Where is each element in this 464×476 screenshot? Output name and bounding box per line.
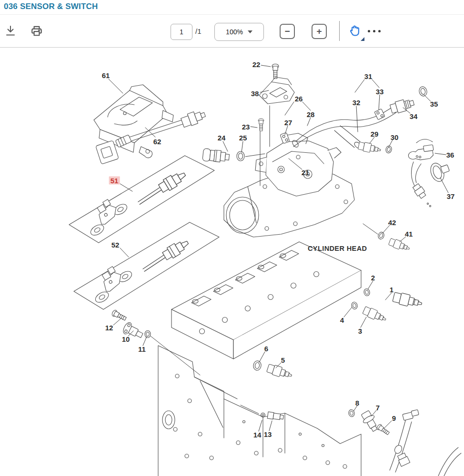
part-10-sensor — [121, 321, 144, 341]
page-title: 036 SENSOR & SWITCH — [0, 0, 464, 11]
part-label-13: 13 — [264, 430, 272, 438]
part-25-ring — [237, 151, 244, 161]
part-label-21: 21 — [302, 169, 310, 177]
toolbar-divider — [339, 21, 340, 41]
ellipsis-icon — [373, 30, 375, 32]
part-12-bolt — [111, 309, 127, 322]
part-37-clamp — [412, 159, 452, 207]
part-33-clamp — [374, 109, 385, 119]
page-number-input[interactable] — [171, 24, 192, 40]
part-label-26: 26 — [295, 95, 303, 103]
part-wiring-harness — [390, 409, 461, 476]
part-label-6: 6 — [264, 345, 268, 353]
part-24-sensor — [202, 149, 230, 164]
part-label-14: 14 — [253, 431, 262, 439]
part-8-ring — [348, 409, 355, 417]
page-count-label: /1 — [195, 27, 202, 35]
part-30-ring — [385, 145, 392, 154]
part-labels-layer: 6162515222382627282324252131323334352930… — [0, 0, 464, 476]
pdf-toolbar: /1 100% − + — [0, 15, 464, 48]
print-icon — [30, 25, 43, 37]
part-3-sensor — [362, 306, 387, 324]
part-32-hose — [291, 105, 399, 149]
part-label-38: 38 — [251, 89, 259, 98]
corner-caret-icon — [361, 37, 364, 41]
part-36-sensor — [407, 139, 434, 186]
part-label-30: 30 — [391, 133, 399, 141]
part-engine-block — [158, 346, 361, 476]
part-4-ring — [351, 301, 358, 309]
part-label-61: 61 — [102, 71, 110, 79]
part-label-34: 34 — [410, 112, 418, 120]
part-14-washer — [261, 413, 265, 417]
part-label-3: 3 — [358, 327, 362, 335]
part-label-42: 42 — [388, 218, 396, 227]
part-label-62: 62 — [153, 138, 161, 146]
part-52-sensor-kit — [74, 222, 219, 309]
part-label-22: 22 — [252, 60, 261, 69]
part-21-valve — [255, 133, 341, 196]
part-cylinder-head — [171, 242, 361, 359]
part-label-24: 24 — [218, 134, 226, 142]
part-label-35: 35 — [430, 100, 438, 108]
download-button[interactable] — [4, 23, 17, 39]
part-62-oxygen-sensor — [96, 109, 207, 164]
cylinder-head-annotation: CYLINDER HEAD — [308, 245, 367, 252]
plus-icon: + — [316, 25, 322, 38]
part-intake-manifold — [224, 171, 354, 237]
ellipsis-icon — [378, 30, 381, 32]
part-label-28: 28 — [307, 110, 315, 119]
minus-icon: − — [284, 25, 290, 38]
part-38-bracket — [259, 77, 294, 104]
parts-diagram-canvas — [0, 0, 464, 476]
part-label-33: 33 — [376, 88, 384, 96]
part-label-32: 32 — [353, 99, 361, 107]
part-9-bolt — [376, 424, 390, 436]
part-2-ring — [363, 288, 371, 296]
part-41-sensor — [388, 238, 411, 253]
part-34-sensor — [390, 97, 415, 115]
part-label-10: 10 — [122, 335, 130, 343]
part-label-1: 1 — [390, 286, 393, 294]
part-label-4: 4 — [340, 316, 344, 324]
part-label-29: 29 — [371, 130, 379, 138]
part-label-7: 7 — [376, 404, 380, 412]
part-51-sensor-kit — [69, 156, 214, 243]
zoom-level-select[interactable]: 100% — [214, 23, 264, 41]
part-23-bolt — [258, 119, 264, 131]
part-label-12: 12 — [105, 324, 113, 332]
print-button[interactable] — [30, 23, 44, 39]
part-label-23: 23 — [242, 123, 250, 131]
ellipsis-icon — [368, 30, 370, 32]
zoom-out-button[interactable]: − — [280, 24, 295, 39]
part-13-sensor — [267, 412, 284, 420]
zoom-level-value: 100% — [226, 28, 243, 36]
part-label-37: 37 — [447, 192, 455, 200]
more-options-button[interactable] — [368, 30, 381, 32]
part-27-clamp — [280, 132, 290, 144]
part-label-41: 41 — [405, 230, 413, 238]
leader-lines — [109, 65, 448, 431]
caret-down-icon — [248, 30, 252, 33]
zoom-in-button[interactable]: + — [312, 24, 327, 39]
part-61-control-module — [94, 85, 173, 158]
download-icon — [5, 25, 16, 37]
part-5-sensor — [266, 363, 293, 380]
part-22-bolt — [272, 64, 279, 79]
pdf-viewer-window: 036 SENSOR & SWITCH /1 100% − + — [0, 0, 464, 476]
part-label-27: 27 — [284, 119, 293, 127]
pan-tool-button[interactable] — [348, 23, 362, 39]
page-title-bar: 036 SENSOR & SWITCH — [0, 0, 464, 15]
part-label-11: 11 — [138, 345, 146, 353]
part-label-8: 8 — [355, 399, 359, 407]
part-1-sensor — [392, 291, 423, 309]
part-29-sensor — [358, 141, 382, 155]
part-35-ring — [418, 86, 428, 97]
part-6-ring — [253, 360, 262, 371]
part-label-9: 9 — [392, 414, 396, 422]
part-11-ring — [145, 331, 151, 338]
hand-icon — [349, 24, 361, 38]
part-42-ring — [377, 231, 385, 240]
part-label-36: 36 — [446, 151, 454, 159]
part-label-5: 5 — [281, 356, 285, 364]
